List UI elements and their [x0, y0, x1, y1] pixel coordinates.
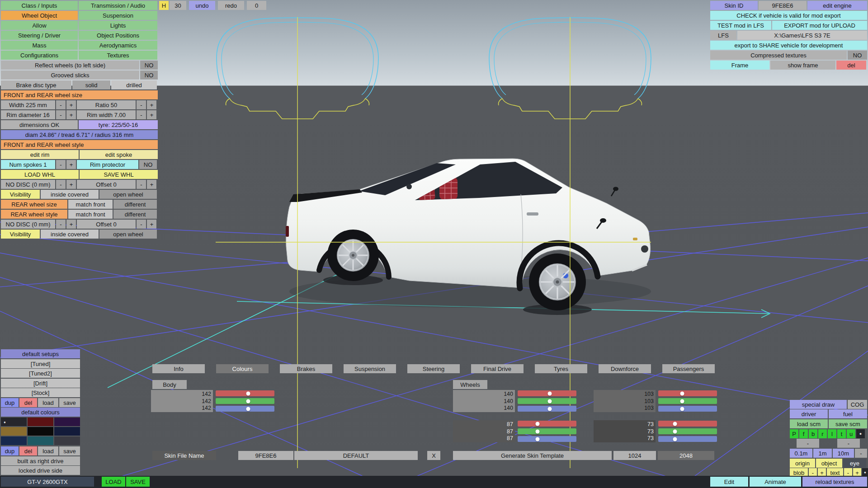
- colour-del-button[interactable]: del: [19, 446, 37, 455]
- skin-default-button[interactable]: DEFAULT: [294, 451, 418, 460]
- front-inside-covered-button[interactable]: inside covered: [41, 190, 99, 199]
- object-button[interactable]: object: [816, 459, 842, 468]
- slider-handle[interactable]: [246, 399, 250, 403]
- save-whl-button[interactable]: SAVE WHL: [80, 170, 158, 179]
- wheels3-green-slider[interactable]: [518, 428, 576, 434]
- setup-stock[interactable]: [Stock]: [1, 388, 80, 397]
- colour-swatch-3[interactable]: [54, 418, 80, 426]
- tab-tyres[interactable]: Tyres: [535, 364, 587, 373]
- view-toggle-b[interactable]: b: [809, 429, 817, 438]
- test-mod-button[interactable]: TEST mod in LFS: [710, 21, 771, 30]
- colour-dup-button[interactable]: dup: [1, 446, 19, 455]
- tab-passengers[interactable]: Passengers: [662, 364, 715, 373]
- ratio-minus-button[interactable]: -: [137, 100, 146, 109]
- rim-diameter-value[interactable]: Rim diameter 16: [1, 110, 55, 119]
- body-blue-slider[interactable]: [216, 406, 274, 412]
- wheels3-red-slider[interactable]: [518, 421, 576, 427]
- wheels2-blue-slider[interactable]: [658, 406, 717, 412]
- view-toggle-dot[interactable]: ●: [856, 429, 865, 438]
- built-as-right-drive-button[interactable]: built as right drive: [1, 456, 80, 465]
- slider-handle[interactable]: [246, 407, 250, 411]
- slider-handle[interactable]: [548, 407, 552, 411]
- colour-swatch-8[interactable]: [28, 436, 53, 445]
- rear-offset-minus-button[interactable]: -: [137, 220, 146, 229]
- edit-engine-button[interactable]: edit engine: [807, 1, 867, 10]
- view-toggle-u[interactable]: u: [847, 429, 855, 438]
- width-value[interactable]: Width 225 mm: [1, 100, 55, 109]
- reload-textures-button[interactable]: reload textures: [802, 477, 867, 487]
- slider-handle[interactable]: [548, 399, 552, 403]
- rim-diameter-minus-button[interactable]: -: [56, 110, 66, 119]
- setup-tuned[interactable]: [Tuned]: [1, 359, 80, 368]
- wheels1-green-slider[interactable]: [518, 398, 576, 404]
- num-spokes-minus-button[interactable]: -: [56, 160, 66, 169]
- rim-width-plus-button[interactable]: +: [147, 110, 156, 119]
- colour-swatch-1[interactable]: ●: [1, 418, 27, 426]
- skin-clear-button[interactable]: X: [427, 451, 440, 460]
- rear-style-different-button[interactable]: different: [113, 210, 157, 219]
- template-1024-button[interactable]: 1024: [613, 451, 656, 460]
- menu-class-inputs[interactable]: Class / Inputs: [1, 1, 78, 10]
- save-scm-button[interactable]: save scm: [829, 419, 867, 428]
- edit-rim-button[interactable]: edit rim: [1, 150, 79, 159]
- special-draw-button[interactable]: special draw: [790, 400, 847, 409]
- frame-del-button[interactable]: del: [836, 61, 866, 70]
- menu-suspension[interactable]: Suspension: [79, 11, 157, 20]
- menu-configurations[interactable]: Configurations: [1, 51, 78, 60]
- fuel-button[interactable]: fuel: [829, 409, 867, 418]
- rear-offset-plus-button[interactable]: +: [147, 220, 156, 229]
- tab-final-drive[interactable]: Final Drive: [471, 364, 524, 373]
- menu-object-positions[interactable]: Object Positions: [79, 31, 157, 40]
- history-steps[interactable]: 30: [170, 1, 186, 10]
- load-whl-button[interactable]: LOAD WHL: [1, 170, 79, 179]
- slider-handle[interactable]: [548, 391, 552, 395]
- rim-width-minus-button[interactable]: -: [137, 110, 146, 119]
- num-spokes-value[interactable]: Num spokes 1: [1, 160, 55, 169]
- share-export-button[interactable]: export to SHARE vehicle for development: [710, 41, 867, 50]
- animate-mode-button[interactable]: Animate: [750, 477, 801, 487]
- brake-disc-drilled-button[interactable]: drilled: [111, 80, 157, 89]
- load-scm-button[interactable]: load scm: [790, 419, 828, 428]
- ratio-plus-button[interactable]: +: [147, 100, 156, 109]
- wheels4-blue-slider[interactable]: [658, 436, 717, 442]
- front-offset-plus-button[interactable]: +: [147, 180, 156, 189]
- rim-protector-label[interactable]: Rim protector: [77, 160, 138, 169]
- setup-load-button[interactable]: load: [38, 398, 58, 407]
- origin-button[interactable]: origin: [790, 459, 815, 468]
- reflect-wheels-label[interactable]: Reflect wheels (to left side): [1, 61, 139, 70]
- menu-textures[interactable]: Textures: [79, 51, 157, 60]
- rear-style-match-front-button[interactable]: match front: [68, 210, 113, 219]
- colour-swatch-5[interactable]: [28, 427, 53, 436]
- ratio-value[interactable]: Ratio 50: [77, 100, 136, 109]
- step-10m-button[interactable]: 10m: [833, 449, 854, 458]
- redo-button[interactable]: redo: [218, 1, 244, 10]
- slider-handle[interactable]: [680, 391, 684, 395]
- rear-size-different-button[interactable]: different: [113, 200, 157, 209]
- colour-swatch-4[interactable]: [1, 427, 27, 436]
- tab-downforce[interactable]: Downforce: [599, 364, 651, 373]
- wheels4-red-slider[interactable]: [658, 421, 717, 427]
- edit-spoke-button[interactable]: edit spoke: [80, 150, 158, 159]
- rear-disc-plus-button[interactable]: +: [66, 220, 76, 229]
- eye-button[interactable]: eye: [843, 459, 866, 468]
- view-toggle-t[interactable]: t: [837, 429, 846, 438]
- history-count[interactable]: 0: [247, 1, 266, 10]
- colour-load-button[interactable]: load: [38, 446, 58, 455]
- rear-disc-minus-button[interactable]: -: [56, 220, 66, 229]
- wheels4-green-slider[interactable]: [658, 428, 717, 434]
- lfs-path-value[interactable]: X:\Games\LFS S3 7E: [737, 31, 867, 40]
- slider-handle[interactable]: [536, 422, 540, 426]
- cog-button[interactable]: COG: [848, 400, 867, 409]
- grooved-slicks-value[interactable]: NO: [140, 70, 158, 80]
- setup-tuned2[interactable]: [Tuned2]: [1, 369, 80, 378]
- skin-id-label[interactable]: Skin ID: [710, 1, 758, 10]
- rear-no-disc-value[interactable]: NO DISC (0 mm): [1, 220, 55, 229]
- menu-transmission-audio[interactable]: Transmission / Audio: [79, 1, 157, 10]
- step-1m-button[interactable]: 1m: [813, 449, 832, 458]
- setup-dup-button[interactable]: dup: [1, 398, 19, 407]
- wheels2-red-slider[interactable]: [658, 390, 717, 396]
- menu-aerodynamics[interactable]: Aerodynamics: [79, 41, 157, 50]
- brake-disc-solid-button[interactable]: solid: [72, 80, 110, 89]
- tab-steering[interactable]: Steering: [407, 364, 460, 373]
- setup-del-button[interactable]: del: [19, 398, 37, 407]
